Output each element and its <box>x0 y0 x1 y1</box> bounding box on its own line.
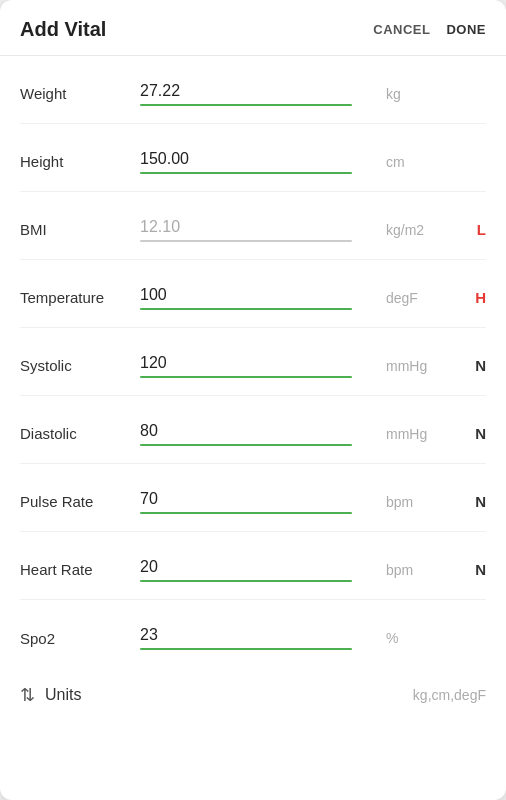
vital-unit-bmi: kg/m2 <box>386 222 456 238</box>
vital-unit-diastolic: mmHg <box>386 426 456 442</box>
vital-value-heart-rate[interactable]: 20 <box>140 558 376 580</box>
vital-row-systolic: Systolic 120 mmHg N <box>20 328 486 396</box>
vital-input-wrap-weight: 27.22 <box>140 82 376 106</box>
vital-underline-weight <box>140 104 352 106</box>
vital-status-temperature: H <box>456 289 486 306</box>
vital-row-height: Height 150.00 cm <box>20 124 486 192</box>
add-vital-card: Add Vital CANCEL DONE Weight 27.22 kg He… <box>0 0 506 800</box>
vital-label-weight: Weight <box>20 85 140 102</box>
vital-underline-diastolic <box>140 444 352 446</box>
vital-row-temperature: Temperature 100 degF H <box>20 260 486 328</box>
vital-value-height[interactable]: 150.00 <box>140 150 376 172</box>
header-actions: CANCEL DONE <box>373 22 486 37</box>
vital-underline-temperature <box>140 308 352 310</box>
vital-value-pulse-rate[interactable]: 70 <box>140 490 376 512</box>
vital-status-heart-rate: N <box>456 561 486 578</box>
units-label: Units <box>45 686 413 704</box>
vital-underline-heart-rate <box>140 580 352 582</box>
vital-label-bmi: BMI <box>20 221 140 238</box>
units-icon: ⇅ <box>20 684 35 706</box>
vital-label-pulse-rate: Pulse Rate <box>20 493 140 510</box>
vital-status-pulse-rate: N <box>456 493 486 510</box>
vital-input-wrap-temperature: 100 <box>140 286 376 310</box>
vital-unit-height: cm <box>386 154 456 170</box>
vitals-content: Weight 27.22 kg Height 150.00 cm BMI 12.… <box>0 56 506 722</box>
vital-row-heart-rate: Heart Rate 20 bpm N <box>20 532 486 600</box>
vital-input-wrap-pulse-rate: 70 <box>140 490 376 514</box>
vital-underline-bmi <box>140 240 352 242</box>
vital-label-height: Height <box>20 153 140 170</box>
vital-value-diastolic[interactable]: 80 <box>140 422 376 444</box>
vital-unit-systolic: mmHg <box>386 358 456 374</box>
vital-label-temperature: Temperature <box>20 289 140 306</box>
vital-unit-spo2: % <box>386 630 456 646</box>
vital-status-bmi: L <box>456 221 486 238</box>
vital-input-wrap-heart-rate: 20 <box>140 558 376 582</box>
vital-underline-height <box>140 172 352 174</box>
vital-input-wrap-diastolic: 80 <box>140 422 376 446</box>
page-title: Add Vital <box>20 18 106 41</box>
vital-row-diastolic: Diastolic 80 mmHg N <box>20 396 486 464</box>
vital-input-wrap-height: 150.00 <box>140 150 376 174</box>
vital-label-spo2: Spo2 <box>20 630 140 647</box>
vital-value-systolic[interactable]: 120 <box>140 354 376 376</box>
vital-label-diastolic: Diastolic <box>20 425 140 442</box>
vital-value-temperature[interactable]: 100 <box>140 286 376 308</box>
vital-value-weight[interactable]: 27.22 <box>140 82 376 104</box>
vital-row-weight: Weight 27.22 kg <box>20 56 486 124</box>
header: Add Vital CANCEL DONE <box>0 0 506 56</box>
vital-underline-systolic <box>140 376 352 378</box>
vital-status-systolic: N <box>456 357 486 374</box>
vital-label-heart-rate: Heart Rate <box>20 561 140 578</box>
vital-unit-heart-rate: bpm <box>386 562 456 578</box>
vital-status-diastolic: N <box>456 425 486 442</box>
vital-underline-pulse-rate <box>140 512 352 514</box>
vital-label-systolic: Systolic <box>20 357 140 374</box>
vital-row-bmi: BMI 12.10 kg/m2 L <box>20 192 486 260</box>
vital-input-wrap-systolic: 120 <box>140 354 376 378</box>
units-value: kg,cm,degF <box>413 687 486 703</box>
cancel-button[interactable]: CANCEL <box>373 22 430 37</box>
vital-value-bmi[interactable]: 12.10 <box>140 218 376 240</box>
done-button[interactable]: DONE <box>446 22 486 37</box>
vital-unit-temperature: degF <box>386 290 456 306</box>
vital-row-pulse-rate: Pulse Rate 70 bpm N <box>20 464 486 532</box>
vital-value-spo2[interactable]: 23 <box>140 626 376 648</box>
vital-underline-spo2 <box>140 648 352 650</box>
vital-input-wrap-bmi: 12.10 <box>140 218 376 242</box>
vital-row-spo2: Spo2 23 % <box>20 600 486 668</box>
vital-unit-pulse-rate: bpm <box>386 494 456 510</box>
vital-unit-weight: kg <box>386 86 456 102</box>
units-row[interactable]: ⇅ Units kg,cm,degF <box>20 668 486 722</box>
vital-input-wrap-spo2: 23 <box>140 626 376 650</box>
